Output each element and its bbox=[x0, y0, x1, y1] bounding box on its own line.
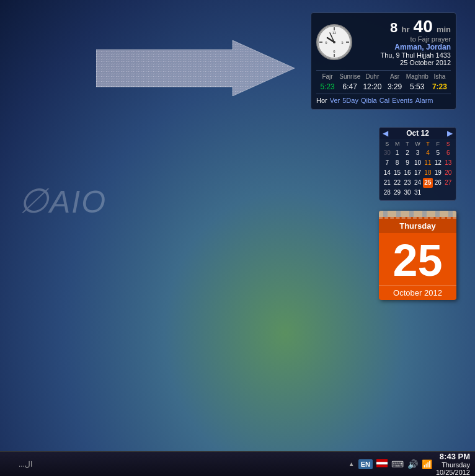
cal-day[interactable]: 28 bbox=[382, 188, 392, 198]
clock-time: 8:43 PM bbox=[436, 452, 470, 461]
nav-ver[interactable]: Ver bbox=[330, 97, 340, 104]
calendar-prev[interactable]: ◀ bbox=[383, 129, 388, 138]
nav-qibla[interactable]: Qibla bbox=[361, 97, 377, 104]
vaio-logo: ∅AIO bbox=[19, 167, 107, 224]
svg-text:12: 12 bbox=[332, 31, 337, 35]
to-prayer-label: to Fajr prayer bbox=[357, 35, 451, 43]
nav-5day[interactable]: 5Day bbox=[342, 97, 358, 104]
dow-sun: S bbox=[382, 140, 392, 148]
dow-tue: T bbox=[402, 140, 412, 148]
calendar-grid: S M T W T F S 30 1 2 3 4 5 6 7 8 9 bbox=[380, 139, 456, 200]
cal-day[interactable]: 9 bbox=[402, 158, 412, 168]
city-name: Amman, Jordan bbox=[357, 43, 451, 51]
cal-day[interactable]: 18 bbox=[423, 168, 433, 178]
cal-day[interactable]: 11 bbox=[423, 158, 433, 168]
flag-icon bbox=[376, 459, 388, 470]
speaker-icon: 🔊 bbox=[407, 459, 418, 469]
calendar-dow: S M T W T F S bbox=[382, 140, 453, 148]
cal-day-empty bbox=[433, 188, 443, 198]
calendar-header: ◀ Oct 12 ▶ bbox=[380, 128, 456, 139]
cal-day[interactable]: 31 bbox=[412, 188, 422, 198]
prayer-widget: 12 3 6 9 8 hr 40 min to Fa bbox=[311, 12, 456, 110]
cal-day[interactable]: 27 bbox=[443, 178, 453, 188]
svg-rect-17 bbox=[376, 462, 388, 464]
cal-day[interactable]: 26 bbox=[433, 178, 443, 188]
calendar-next[interactable]: ▶ bbox=[447, 129, 453, 138]
taskbar: ...ال ▲ EN ⌨ 🔊 📶 8:43 PM Thursday 10/25/… bbox=[0, 451, 475, 476]
taskbar-left-item[interactable]: ...ال bbox=[0, 460, 37, 469]
clock-date-small: 10/25/2012 bbox=[436, 469, 470, 476]
taskbar-app-label: ...ال bbox=[19, 460, 32, 469]
cal-day[interactable]: 4 bbox=[423, 148, 433, 158]
cal-day[interactable]: 17 bbox=[412, 168, 422, 178]
nav-events[interactable]: Events bbox=[392, 97, 413, 104]
cal-day[interactable]: 7 bbox=[382, 158, 392, 168]
nav-cal[interactable]: Cal bbox=[380, 97, 390, 104]
arrow-graphic bbox=[96, 40, 295, 96]
language-indicator[interactable]: EN bbox=[358, 459, 373, 469]
cal-day[interactable]: 3 bbox=[412, 148, 422, 158]
cal-day[interactable]: 19 bbox=[433, 168, 443, 178]
gregorian-date: 25 October 2012 bbox=[357, 59, 451, 66]
svg-point-15 bbox=[333, 41, 335, 43]
dow-sat: S bbox=[443, 140, 453, 148]
cal-day[interactable]: 10 bbox=[412, 158, 422, 168]
nav-alarm[interactable]: Alarm bbox=[415, 97, 433, 104]
spiral-binding bbox=[379, 211, 456, 217]
cal-day-today[interactable]: 25 bbox=[423, 178, 433, 188]
analog-clock: 12 3 6 9 bbox=[316, 24, 352, 60]
dow-thu: T bbox=[423, 140, 433, 148]
cal-day[interactable]: 21 bbox=[382, 178, 392, 188]
svg-rect-18 bbox=[376, 464, 388, 467]
clock-day: Thursday bbox=[436, 461, 470, 469]
big-date-number: 25 bbox=[379, 233, 456, 285]
cal-day-empty bbox=[443, 188, 453, 198]
cal-day[interactable]: 20 bbox=[443, 168, 453, 178]
prayer-times-row: 5:23 6:47 12:20 3:29 5:53 7:23 bbox=[316, 82, 451, 91]
cal-day[interactable]: 24 bbox=[412, 178, 422, 188]
cal-day[interactable]: 1 bbox=[392, 148, 402, 158]
big-date-month-year: October 2012 bbox=[379, 285, 456, 300]
cal-day[interactable]: 30 bbox=[382, 148, 392, 158]
big-date-day-name: Thursday bbox=[379, 217, 456, 233]
dow-wed: W bbox=[412, 140, 422, 148]
cal-day[interactable]: 22 bbox=[392, 178, 402, 188]
big-date-widget: Thursday 25 October 2012 bbox=[379, 211, 456, 300]
cal-day[interactable]: 30 bbox=[402, 188, 412, 198]
cal-day[interactable]: 13 bbox=[443, 158, 453, 168]
cal-day[interactable]: 16 bbox=[402, 168, 412, 178]
divider bbox=[316, 70, 451, 71]
system-tray-area: ▲ EN ⌨ 🔊 📶 8:43 PM Thursday 10/25/2012 bbox=[344, 452, 475, 476]
hr-label: hr bbox=[401, 25, 409, 34]
cal-day[interactable]: 8 bbox=[392, 158, 402, 168]
nav-hor[interactable]: Hor bbox=[316, 97, 327, 104]
tray-expand-btn[interactable]: ▲ bbox=[348, 461, 355, 467]
taskbar-clock[interactable]: 8:43 PM Thursday 10/25/2012 bbox=[436, 452, 470, 476]
prayer-nav: Hor Ver 5Day Qibla Cal Events Alarm bbox=[316, 97, 451, 104]
cal-day[interactable]: 15 bbox=[392, 168, 402, 178]
countdown-display: 8 hr 40 min bbox=[357, 18, 451, 35]
network-icon: 📶 bbox=[422, 459, 432, 469]
cal-day[interactable]: 6 bbox=[443, 148, 453, 158]
cal-day[interactable]: 14 bbox=[382, 168, 392, 178]
desktop: ∅AIO bbox=[0, 0, 475, 476]
dow-mon: M bbox=[392, 140, 402, 148]
prayer-names-row: Fajr Sunrise Duhr Asr Maghrib Isha bbox=[316, 73, 451, 80]
cal-day[interactable]: 23 bbox=[402, 178, 412, 188]
divider-2 bbox=[316, 94, 451, 94]
keyboard-icon: ⌨ bbox=[391, 459, 404, 469]
calendar-month-label: Oct 12 bbox=[406, 129, 429, 138]
cal-day[interactable]: 29 bbox=[392, 188, 402, 198]
min-label: min bbox=[437, 25, 451, 34]
calendar-widget: ◀ Oct 12 ▶ S M T W T F S 30 1 2 3 4 5 bbox=[379, 127, 456, 201]
cal-day[interactable]: 2 bbox=[402, 148, 412, 158]
prayer-time-display: 8 hr 40 min to Fajr prayer Amman, Jordan… bbox=[357, 18, 451, 66]
svg-rect-16 bbox=[376, 459, 388, 462]
svg-marker-3 bbox=[96, 40, 295, 96]
calendar-days: 30 1 2 3 4 5 6 7 8 9 10 11 12 13 14 15 1… bbox=[382, 148, 453, 198]
cal-day[interactable]: 12 bbox=[433, 158, 443, 168]
dow-fri: F bbox=[433, 140, 443, 148]
countdown-minutes: 40 bbox=[414, 17, 433, 36]
cal-day[interactable]: 5 bbox=[433, 148, 443, 158]
countdown-hours: 8 bbox=[390, 20, 397, 35]
